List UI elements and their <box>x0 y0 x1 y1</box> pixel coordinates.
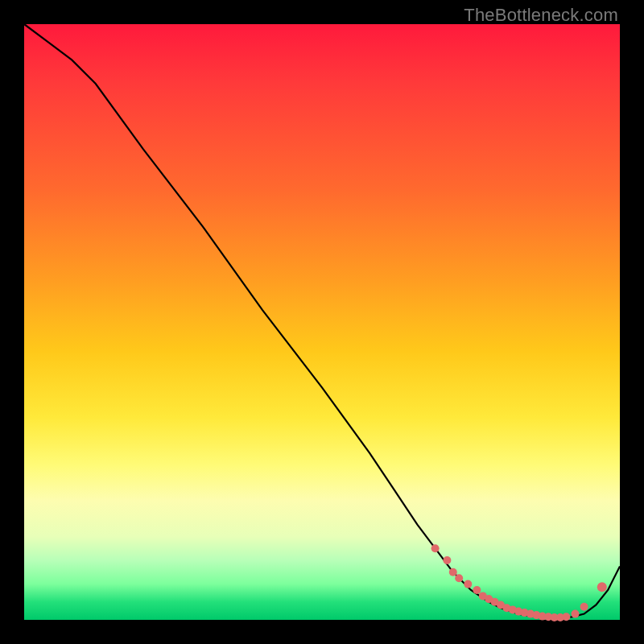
highlight-dot <box>562 613 570 621</box>
highlight-dot <box>572 610 580 618</box>
curve-layer <box>24 24 620 620</box>
highlight-dot <box>431 544 440 552</box>
highlight-dot <box>455 574 463 582</box>
plot-area <box>24 24 620 620</box>
highlight-dot <box>473 586 481 594</box>
chart-frame: TheBottleneck.com <box>0 0 644 644</box>
highlight-dots <box>431 544 607 621</box>
highlight-dot <box>597 582 607 592</box>
highlight-dot <box>464 580 472 588</box>
watermark-text: TheBottleneck.com <box>464 5 618 26</box>
highlight-dot <box>449 568 457 576</box>
highlight-dot <box>443 556 451 564</box>
highlight-dot <box>580 603 588 611</box>
bottleneck-curve <box>24 24 620 617</box>
